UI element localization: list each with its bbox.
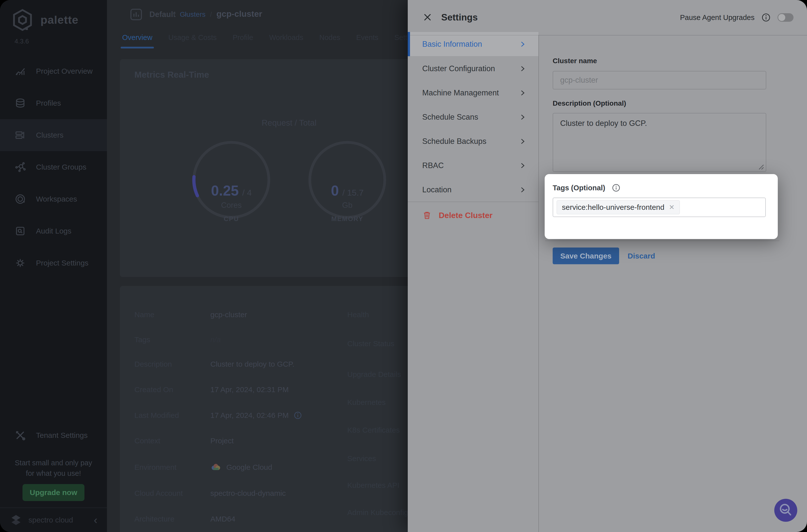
status-label: Upgrade Details bbox=[347, 369, 401, 380]
chevron-right-icon bbox=[519, 162, 526, 169]
sidebar-item-label: Workspaces bbox=[36, 195, 77, 203]
brand-bar: spectro cloud ‹ bbox=[0, 508, 107, 532]
cpu-unit: Cores bbox=[181, 201, 281, 210]
metrics-title: Metrics Real-Time bbox=[134, 70, 209, 80]
discard-button[interactable]: Discard bbox=[627, 248, 655, 264]
tab-nodes[interactable]: Nodes bbox=[319, 26, 340, 49]
palette-logo-icon bbox=[11, 8, 34, 32]
spectro-cloud-logo-icon bbox=[10, 514, 22, 527]
memory-value: 0/ 15.7 bbox=[297, 182, 397, 199]
network-icon bbox=[15, 162, 26, 173]
tab-usage-costs[interactable]: Usage & Costs bbox=[168, 26, 217, 49]
breadcrumb-clusters-link[interactable]: Clusters bbox=[180, 11, 206, 18]
app-version: 4.3.6 bbox=[15, 37, 29, 45]
gear-icon bbox=[15, 257, 26, 269]
settings-nav-location[interactable]: Location bbox=[408, 177, 539, 202]
sidebar-item-project-overview[interactable]: Project Overview bbox=[0, 55, 107, 87]
breadcrumb-current: gcp-cluster bbox=[217, 9, 262, 19]
settings-nav: Basic Information Cluster Configuration … bbox=[408, 32, 539, 202]
info-icon[interactable] bbox=[762, 13, 771, 22]
info-icon[interactable] bbox=[294, 411, 302, 419]
settings-nav-schedule-scans[interactable]: Schedule Scans bbox=[408, 105, 539, 129]
chevron-right-icon bbox=[519, 90, 526, 96]
status-label: K8s Certificates bbox=[347, 424, 400, 436]
tag-chip: service:hello-universe-frontend ✕ bbox=[557, 200, 680, 214]
layers-icon bbox=[15, 97, 26, 109]
sidebar-item-clusters[interactable]: Clusters bbox=[0, 119, 107, 151]
sidebar-item-project-settings[interactable]: Project Settings bbox=[0, 247, 107, 279]
sidebar-item-workspaces[interactable]: Workspaces bbox=[0, 183, 107, 215]
tab-overview[interactable]: Overview bbox=[122, 26, 152, 49]
settings-nav-machine-management[interactable]: Machine Management bbox=[408, 81, 539, 105]
status-label: Kubernetes bbox=[347, 397, 386, 408]
description-textarea[interactable]: Cluster to deploy to GCP. bbox=[553, 113, 766, 172]
description-label: Description (Optional) bbox=[553, 99, 626, 108]
cpu-value: 0.25/ 4 bbox=[181, 182, 281, 199]
delete-cluster-button[interactable]: Delete Cluster bbox=[408, 205, 553, 225]
memory-caption: MEMORY bbox=[297, 215, 397, 223]
tab-workloads[interactable]: Workloads bbox=[269, 26, 303, 49]
sidebar-item-label: Clusters bbox=[36, 131, 63, 139]
sidebar-item-label: Tenant Settings bbox=[36, 431, 88, 440]
pause-agent-upgrades: Pause Agent Upgrades bbox=[680, 0, 793, 35]
cluster-tabs: Overview Usage & Costs Profile Workloads… bbox=[122, 26, 420, 49]
brand-name: spectro cloud bbox=[29, 516, 73, 524]
detail-row: Created On17 Apr, 2024, 02:31 PM bbox=[120, 384, 420, 395]
detail-row: DescriptionCluster to deploy to GCP. bbox=[120, 359, 420, 370]
detail-row: Last Modified 17 Apr, 2024, 02:46 PM bbox=[120, 410, 420, 421]
status-label: Admin Kubeconfig F bbox=[347, 507, 415, 518]
cpu-caption: CPU bbox=[181, 215, 281, 223]
remove-tag-icon[interactable]: ✕ bbox=[669, 203, 675, 211]
close-icon[interactable] bbox=[422, 12, 433, 23]
chart-icon bbox=[15, 65, 26, 77]
resize-handle-icon[interactable] bbox=[757, 163, 765, 170]
help-search-fab[interactable] bbox=[774, 499, 797, 522]
tags-label: Tags (Optional) bbox=[553, 184, 605, 192]
status-label: Services bbox=[347, 453, 376, 464]
collapse-sidebar-icon[interactable]: ‹ bbox=[94, 514, 97, 526]
sidebar-item-profiles[interactable]: Profiles bbox=[0, 87, 107, 119]
drawer-title: Settings bbox=[441, 0, 478, 35]
upgrade-now-button[interactable]: Upgrade now bbox=[22, 484, 85, 501]
pause-agent-upgrades-label: Pause Agent Upgrades bbox=[680, 14, 754, 22]
settings-drawer: Settings Pause Agent Upgrades Basic Info… bbox=[408, 0, 807, 532]
audit-log-icon bbox=[15, 225, 26, 237]
chevron-right-icon bbox=[519, 41, 526, 48]
settings-nav-schedule-backups[interactable]: Schedule Backups bbox=[408, 129, 539, 153]
tools-icon bbox=[15, 430, 26, 441]
sidebar-item-tenant-settings[interactable]: Tenant Settings bbox=[0, 422, 121, 449]
project-name: Default bbox=[149, 10, 176, 19]
tab-profile[interactable]: Profile bbox=[232, 26, 253, 49]
info-icon[interactable] bbox=[612, 184, 620, 192]
breadcrumb-separator: / bbox=[210, 11, 212, 18]
form-divider bbox=[545, 241, 780, 241]
pause-agent-upgrades-toggle[interactable] bbox=[777, 13, 793, 22]
clusters-icon bbox=[15, 129, 26, 141]
tags-input[interactable]: service:hello-universe-frontend ✕ bbox=[553, 197, 766, 217]
sidebar-item-label: Profiles bbox=[36, 99, 61, 108]
drawer-divider bbox=[539, 35, 539, 532]
detail-row: ContextProject bbox=[120, 435, 420, 446]
cluster-name-label: Cluster name bbox=[553, 57, 597, 65]
magnifier-smile-icon bbox=[777, 502, 794, 519]
save-changes-button[interactable]: Save Changes bbox=[553, 248, 619, 264]
chevron-right-icon bbox=[519, 138, 526, 145]
drawer-header: Settings Pause Agent Upgrades bbox=[408, 0, 807, 36]
memory-unit: Gb bbox=[297, 201, 397, 210]
tags-spotlight-card: Tags (Optional) service:hello-universe-f… bbox=[545, 174, 778, 239]
google-cloud-icon bbox=[210, 463, 221, 472]
status-label: Health bbox=[347, 309, 369, 320]
breadcrumb: / Clusters / gcp-cluster bbox=[173, 7, 262, 24]
sidebar-item-label: Audit Logs bbox=[36, 227, 72, 235]
trash-icon bbox=[422, 211, 432, 220]
cluster-name-input[interactable] bbox=[553, 71, 766, 90]
sidebar-item-cluster-groups[interactable]: Cluster Groups bbox=[0, 151, 107, 183]
settings-nav-rbac[interactable]: RBAC bbox=[408, 153, 539, 177]
sidebar-item-audit-logs[interactable]: Audit Logs bbox=[0, 215, 107, 247]
settings-nav-basic-information[interactable]: Basic Information bbox=[408, 32, 539, 56]
project-icon bbox=[129, 7, 144, 22]
nav-divider bbox=[408, 202, 539, 202]
palette-logo: palette bbox=[11, 8, 78, 32]
settings-nav-cluster-configuration[interactable]: Cluster Configuration bbox=[408, 56, 539, 81]
tab-events[interactable]: Events bbox=[356, 26, 378, 49]
